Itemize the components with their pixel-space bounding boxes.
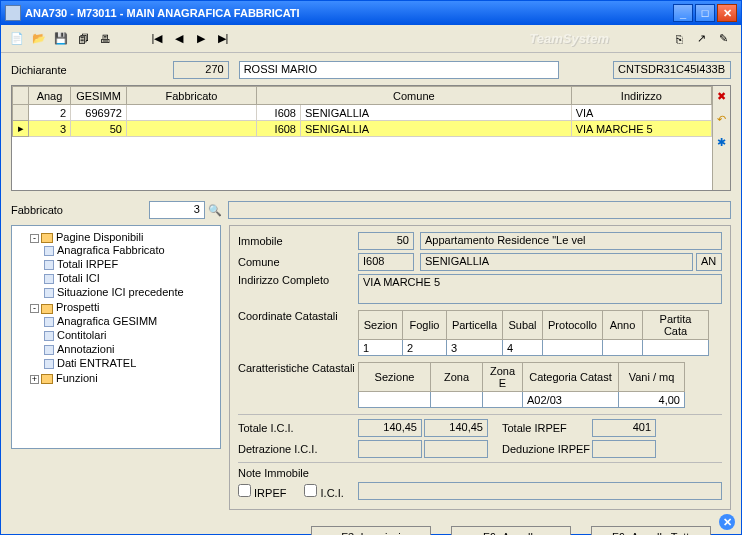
- nav-first-icon[interactable]: [147, 29, 167, 49]
- tree-item[interactable]: Totali ICI: [44, 271, 216, 285]
- copy-icon[interactable]: [73, 29, 93, 49]
- dichiarante-name[interactable]: ROSSI MARIO: [239, 61, 559, 79]
- toolbar: TeamSystem ⎘ ↗ ✎: [1, 25, 741, 53]
- minimize-button[interactable]: _: [673, 4, 693, 22]
- tot-ici-b: 140,45: [424, 419, 488, 437]
- tot-irpef: 401: [592, 419, 656, 437]
- tot-irpef-label: Totale IRPEF: [502, 422, 592, 434]
- tree-item[interactable]: Annotazioni: [44, 342, 216, 356]
- window-title: ANA730 - M73011 - MAIN ANAGRAFICA FABBRI…: [25, 7, 671, 19]
- tot-ici-label: Totale I.C.I.: [238, 422, 358, 434]
- immobile-desc: Appartamento Residence "Le vel: [420, 232, 722, 250]
- search-icon[interactable]: 🔍: [208, 204, 222, 217]
- col-anag[interactable]: Anag: [29, 87, 71, 105]
- col-comune[interactable]: Comune: [257, 87, 572, 105]
- tree-prospetti[interactable]: Prospetti: [56, 301, 99, 313]
- open-icon[interactable]: [29, 29, 49, 49]
- page-icon: [44, 345, 54, 355]
- nav-tree[interactable]: -Pagine Disponibili Anagrafica Fabbricat…: [11, 225, 221, 449]
- grid-sidebar: ✖ ↶ ✱: [712, 86, 730, 190]
- grid-add-icon[interactable]: ✱: [717, 136, 726, 149]
- corner-close-icon[interactable]: ✕: [719, 514, 735, 530]
- note-label: Note Immobile: [238, 467, 358, 479]
- f6-button[interactable]: F6=Annulla: [451, 526, 571, 535]
- brand-text: TeamSystem: [529, 31, 609, 46]
- detr-ici-b: [424, 440, 488, 458]
- indirizzo-value: VIA MARCHE 5: [358, 274, 722, 304]
- immobile-code: 50: [358, 232, 414, 250]
- detail-panel: Immobile 50 Appartamento Residence "Le v…: [229, 225, 731, 510]
- tree-funzioni[interactable]: Funzioni: [56, 372, 98, 384]
- ded-irpef: [592, 440, 656, 458]
- tool-icon-c[interactable]: ✎: [713, 29, 733, 49]
- expand-icon[interactable]: -: [30, 234, 39, 243]
- tree-item[interactable]: Situazione ICI precedente: [44, 285, 216, 299]
- col-gesimm[interactable]: GESIMM: [71, 87, 127, 105]
- nav-next-icon[interactable]: [191, 29, 211, 49]
- tree-item[interactable]: Contitolari: [44, 328, 216, 342]
- main-content: Dichiarante 270 ROSSI MARIO CNTSDR31C45I…: [1, 53, 741, 518]
- tool-icon-b[interactable]: ↗: [691, 29, 711, 49]
- tree-item[interactable]: Anagrafica GESIMM: [44, 314, 216, 328]
- fabbricato-input[interactable]: 3: [149, 201, 205, 219]
- nav-last-icon[interactable]: [213, 29, 233, 49]
- ded-irpef-label: Deduzione IRPEF: [502, 443, 592, 455]
- grid-header-row: Anag GESIMM Fabbricato Comune Indirizzo: [13, 87, 712, 105]
- page-icon: [44, 359, 54, 369]
- col-indirizzo[interactable]: Indirizzo: [571, 87, 711, 105]
- grid-delete-icon[interactable]: ✖: [717, 90, 726, 103]
- carat-label: Caratteristiche Catastali: [238, 362, 358, 374]
- nav-prev-icon[interactable]: [169, 29, 189, 49]
- comune-code: I608: [358, 253, 414, 271]
- ici-checkbox[interactable]: I.C.I.: [304, 484, 343, 499]
- coord-table: Sezion Foglio Particella Subal Protocoll…: [358, 310, 709, 356]
- carat-table: Sezione Zona Zona E Categoria Catast Van…: [358, 362, 685, 408]
- irpef-checkbox[interactable]: IRPEF: [238, 484, 286, 499]
- page-icon: [44, 274, 54, 284]
- tot-ici-a: 140,45: [358, 419, 422, 437]
- dichiarante-code: 270: [173, 61, 229, 79]
- page-icon: [44, 288, 54, 298]
- close-button[interactable]: ✕: [717, 4, 737, 22]
- page-icon: [44, 317, 54, 327]
- new-icon[interactable]: [7, 29, 27, 49]
- tool-icon-a[interactable]: ⎘: [669, 29, 689, 49]
- sf6-button[interactable]: sF6=Annulla Tutto: [591, 526, 711, 535]
- table-row[interactable]: 2 696972 I608 SENIGALLIA VIA: [13, 105, 712, 121]
- dichiarante-label: Dichiarante: [11, 64, 67, 76]
- page-icon: [44, 260, 54, 270]
- comune-prov: AN: [696, 253, 722, 271]
- detr-ici-label: Detrazione I.C.I.: [238, 443, 358, 455]
- expand-icon[interactable]: -: [30, 304, 39, 313]
- tree-pagine[interactable]: Pagine Disponibili: [56, 231, 143, 243]
- col-fabbricato[interactable]: Fabbricato: [127, 87, 257, 105]
- fabbricato-desc: [228, 201, 731, 219]
- f3-button[interactable]: F3=Inserisci: [311, 526, 431, 535]
- save-icon[interactable]: [51, 29, 71, 49]
- coord-label: Coordinate Catastali: [238, 310, 358, 322]
- indirizzo-label: Indirizzo Completo: [238, 274, 358, 286]
- app-window: ANA730 - M73011 - MAIN ANAGRAFICA FABBRI…: [0, 0, 742, 535]
- footer-buttons: F3=Inserisci F6=Annulla sF6=Annulla Tutt…: [1, 518, 741, 535]
- app-icon: [5, 5, 21, 21]
- note-value: [358, 482, 722, 500]
- titlebar: ANA730 - M73011 - MAIN ANAGRAFICA FABBRI…: [1, 1, 741, 25]
- folder-icon: [41, 374, 53, 384]
- comune-name: SENIGALLIA: [420, 253, 693, 271]
- folder-icon: [41, 304, 53, 314]
- page-icon: [44, 246, 54, 256]
- table-row[interactable]: ▸ 3 50 I608 SENIGALLIA VIA MARCHE 5: [13, 121, 712, 137]
- expand-icon[interactable]: +: [30, 375, 39, 384]
- tree-item[interactable]: Anagrafica Fabbricato: [44, 243, 216, 257]
- folder-icon: [41, 233, 53, 243]
- grid-undo-icon[interactable]: ↶: [717, 113, 726, 126]
- immobile-label: Immobile: [238, 235, 358, 247]
- tree-item[interactable]: Dati ENTRATEL: [44, 356, 216, 370]
- maximize-button[interactable]: □: [695, 4, 715, 22]
- tree-item[interactable]: Totali IRPEF: [44, 257, 216, 271]
- detr-ici-a: [358, 440, 422, 458]
- fabbricato-label: Fabbricato: [11, 204, 63, 216]
- fabbricati-grid: Anag GESIMM Fabbricato Comune Indirizzo …: [11, 85, 731, 191]
- print-icon[interactable]: [95, 29, 115, 49]
- comune-label: Comune: [238, 256, 358, 268]
